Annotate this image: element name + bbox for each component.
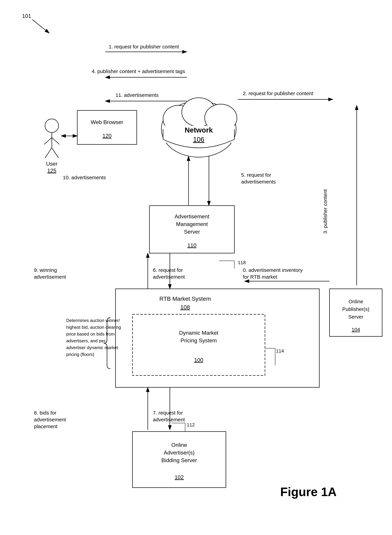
ref-101: 101 (22, 13, 31, 19)
ad-management-label1: Advertisement (175, 213, 210, 220)
step7-label2: advertisement (153, 417, 185, 422)
user-arm-left (44, 138, 52, 144)
online-publisher-label1: Online (349, 299, 363, 304)
step1-label: 1. request for publisher content (109, 44, 179, 49)
step3-label: 3. publisher content (322, 189, 328, 234)
desc-label4: advertisers, and per- (66, 338, 107, 343)
step10-label: 10. advertisements (63, 175, 106, 180)
desc-label1: Determines auction winner/ (66, 318, 120, 323)
step6-label2: advertisement (153, 274, 185, 280)
step0-label2: for RTB market (243, 274, 277, 280)
dynamic-market-label1: Dynamic Market (179, 330, 218, 336)
online-advertiser-label3: Bidding Server (161, 457, 197, 463)
rtb-market-ref: 108 (180, 304, 190, 310)
dynamic-market-label2: Pricing System (181, 338, 217, 343)
ad-management-label3: Server (184, 229, 200, 235)
step5-label2: advertisements (241, 179, 276, 184)
ref101-arrow (32, 19, 49, 33)
step6-label1: 6. request for (153, 267, 183, 273)
step9-label1: 9. winning (34, 267, 57, 273)
dynamic-market-box (132, 314, 265, 375)
step8-label1: 8. bids for (34, 410, 56, 416)
online-advertiser-label2: Advertiser(s) (164, 450, 195, 456)
figure-label: Figure 1A (280, 485, 337, 499)
step4-label: 4. publisher content + advertisement tag… (92, 68, 185, 74)
web-browser-box (77, 110, 137, 144)
online-publisher-label2: Publisher(s) (342, 306, 369, 312)
rtb-market-label1: RTB Market System (159, 296, 211, 302)
desc-label6: pricing (floors) (66, 352, 94, 357)
step11-label: 11. advertisements (116, 92, 159, 98)
ref112-label: 112 (187, 422, 195, 427)
user-ref: 125 (47, 168, 56, 174)
user-arm-right (52, 138, 60, 144)
online-publisher-ref: 104 (352, 327, 360, 332)
web-browser-label: Web Browser (91, 119, 123, 125)
ad-management-ref: 110 (187, 242, 196, 248)
user-label: User (46, 161, 58, 167)
online-advertiser-label1: Online (171, 442, 187, 448)
online-advertiser-ref: 102 (175, 474, 184, 480)
dynamic-market-ref: 100 (194, 357, 203, 363)
step7-label1: 7. request for (153, 410, 183, 416)
network-ref: 106 (193, 136, 205, 143)
desc-label3: price based on bids from (66, 331, 115, 337)
desc-label2: highest bid, auction clearing (66, 325, 121, 330)
ref118-label: 118 (238, 260, 246, 265)
online-publisher-label3: Server (348, 314, 363, 319)
user-head (45, 119, 59, 132)
step5-label: 5. request for (241, 172, 271, 178)
step9-label2: advertisement (34, 274, 66, 280)
step2-label: 2. request for publisher content (243, 91, 313, 96)
ref114-label: 114 (276, 348, 284, 354)
step0-label1: 0. advertisement inventory (243, 267, 303, 273)
ad-management-label2: Management (176, 221, 208, 227)
web-browser-ref: 120 (103, 133, 112, 139)
user-leg-left (45, 148, 52, 158)
diagram-container: 101 1. request for publisher content 4. … (0, 0, 392, 535)
desc-label5: advertiser dynamic market (66, 345, 118, 350)
user-leg-right (52, 148, 59, 158)
step8-label2: advertisement (34, 417, 66, 422)
network-label: Network (185, 126, 213, 134)
step8-label3: placement (34, 423, 58, 429)
